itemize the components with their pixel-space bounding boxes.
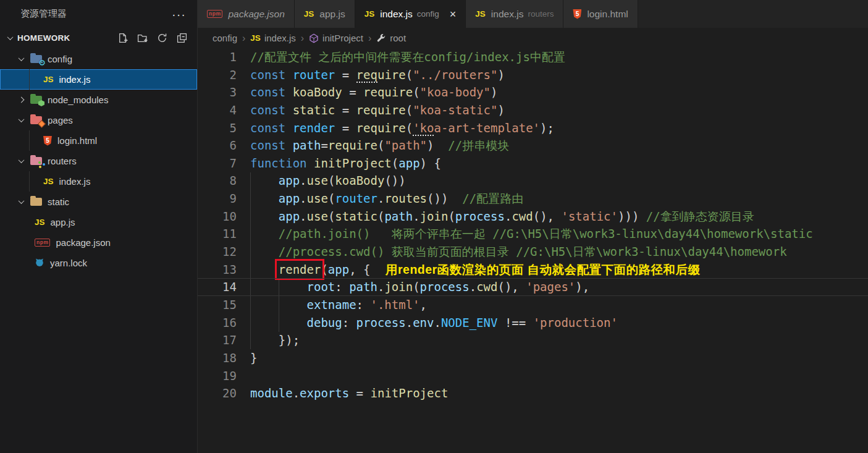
code-line-20[interactable]: 20module.exports = initProject <box>198 384 868 402</box>
tab-bar: npmpackage.jsonJSapp.jsJSindex.jsconfig×… <box>198 0 868 28</box>
annotation-note: 用render函数渲染的页面 自动就会配置下面的路径和后缀 <box>386 263 701 276</box>
code-line-2[interactable]: 2const router = require("../routers") <box>198 66 868 84</box>
line-number: 8 <box>198 172 237 190</box>
tree-file-yarn.lock[interactable]: yarn.lock <box>0 253 197 273</box>
refresh-icon[interactable] <box>157 33 167 43</box>
code-text: }); <box>250 333 300 347</box>
code-line-13[interactable]: 13 render(app, { 用render函数渲染的页面 自动就会配置下面… <box>198 261 868 279</box>
code-line-12[interactable]: 12 //process.cwd() 获取当前页面的根目录 //G:\H5\日常… <box>198 243 868 261</box>
code-text: const render = require('koa-art-template… <box>250 121 554 135</box>
code-line-17[interactable]: 17 }); <box>198 331 868 349</box>
breadcrumb-item-index.js[interactable]: JSindex.js <box>250 33 295 43</box>
code-text: app.use(static(path.join(process.cwd(), … <box>250 210 754 223</box>
code-line-8[interactable]: 8 app.use(koaBody()) <box>198 172 868 190</box>
tree-folder-static[interactable]: static <box>0 192 197 212</box>
js-file-icon: JS <box>43 177 54 186</box>
tree-item-label: node_modules <box>48 95 108 105</box>
breadcrumb-label: root <box>390 33 406 43</box>
tree-folder-node_modules[interactable]: node_modules <box>0 90 197 110</box>
breadcrumb-item-root[interactable]: root <box>376 33 406 43</box>
routes-badge-icon <box>38 161 46 169</box>
line-number: 6 <box>198 137 237 155</box>
js-file-icon: JS <box>250 33 261 43</box>
collapse-folders-icon[interactable] <box>177 33 187 43</box>
tree-folder-pages[interactable]: pages <box>0 110 197 130</box>
chevron-down-icon <box>19 55 25 61</box>
code-text: debug: process.env.NODE_ENV !== 'product… <box>250 316 618 329</box>
code-line-11[interactable]: 11 //path.join() 将两个评串在一起 //G:\H5\日常\wor… <box>198 225 868 243</box>
code-badge-icon <box>38 120 46 128</box>
chevron-down-icon <box>19 157 25 163</box>
wrench-icon <box>376 33 386 43</box>
line-number: 4 <box>198 101 237 119</box>
line-number: 12 <box>198 243 237 261</box>
breadcrumb-separator: › <box>368 33 371 44</box>
tab-login.html[interactable]: 5login.html <box>563 0 638 28</box>
code-line-15[interactable]: 15 extname: '.html', <box>198 296 868 314</box>
line-number: 9 <box>198 190 237 208</box>
code-line-6[interactable]: 6const path=require("path") //拼串模块 <box>198 137 868 155</box>
tree-item-label: index.js <box>59 74 91 85</box>
npm-hexagon-icon <box>38 100 44 106</box>
tree-item-label: index.js <box>59 176 91 187</box>
line-number: 15 <box>198 296 237 314</box>
js-file-icon: JS <box>475 9 486 19</box>
tree-file-app.js[interactable]: JSapp.js <box>0 212 197 232</box>
code-line-18[interactable]: 18} <box>198 349 868 367</box>
html5-icon: 5 <box>43 136 52 146</box>
chevron-down-icon <box>7 34 14 40</box>
folder-static-icon <box>30 198 42 206</box>
code-line-16[interactable]: 16 debug: process.env.NODE_ENV !== 'prod… <box>198 314 868 332</box>
npm-icon: npm <box>35 239 50 247</box>
tab-label: index.js <box>380 9 413 20</box>
tree-item-label: pages <box>48 115 73 125</box>
tree-item-label: package.json <box>56 237 110 248</box>
line-number: 3 <box>198 83 237 101</box>
tab-label: app.js <box>319 9 345 20</box>
code-line-19[interactable]: 19 <box>198 367 868 385</box>
new-folder-icon[interactable] <box>137 33 148 43</box>
code-line-10[interactable]: 10 app.use(static(path.join(process.cwd(… <box>198 208 868 226</box>
npm-icon: npm <box>207 10 222 18</box>
code-line-4[interactable]: 4const static = require("koa-static") <box>198 101 868 119</box>
tree-item-label: config <box>48 54 72 64</box>
line-number: 11 <box>198 225 237 243</box>
code-text: module.exports = initProject <box>250 386 448 400</box>
code-editor[interactable]: 1//配置文件 之后的中间件需要在config/index.js中配置2cons… <box>198 48 868 453</box>
close-icon[interactable]: × <box>450 9 457 20</box>
breadcrumb-item-config[interactable]: config <box>213 33 237 43</box>
code-line-5[interactable]: 5const render = require('koa-art-templat… <box>198 119 868 137</box>
tab-package.json[interactable]: npmpackage.json <box>198 0 295 28</box>
tab-app.js[interactable]: JSapp.js <box>295 0 355 28</box>
line-number: 18 <box>198 349 237 367</box>
code-text: //配置文件 之后的中间件需要在config/index.js中配置 <box>250 50 565 64</box>
tree-file-login.html[interactable]: 5login.html <box>0 130 197 151</box>
code-line-3[interactable]: 3const koaBody = require("koa-body") <box>198 83 868 101</box>
section-header-homework[interactable]: HOMEWORK <box>0 28 197 48</box>
code-text: function initProject(app) { <box>250 156 441 170</box>
tab-index.js-routers[interactable]: JSindex.jsrouters <box>466 0 563 28</box>
code-line-14[interactable]: 14 root: path.join(process.cwd(), 'pages… <box>198 278 868 296</box>
tree-file-package.json[interactable]: npmpackage.json <box>0 232 197 253</box>
code-line-9[interactable]: 9 app.use(router.routes()) //配置路由 <box>198 190 868 208</box>
code-text: const static = require("koa-static") <box>250 103 505 117</box>
tree-item-label: yarn.lock <box>50 258 87 268</box>
tree-folder-routers[interactable]: routers <box>0 151 197 171</box>
code-text: } <box>250 351 257 365</box>
tree-folder-config[interactable]: ⚙config <box>0 49 197 69</box>
tree-file-index.js[interactable]: JSindex.js <box>0 69 197 90</box>
breadcrumb-label: config <box>213 33 237 43</box>
code-line-7[interactable]: 7function initProject(app) { <box>198 155 868 172</box>
new-file-icon[interactable] <box>117 33 128 43</box>
tree-file-index.js[interactable]: JSindex.js <box>0 171 197 192</box>
more-actions-icon[interactable]: ··· <box>172 11 186 17</box>
code-text: app.use(router.routes()) //配置路由 <box>250 192 523 205</box>
line-number: 10 <box>198 208 237 226</box>
breadcrumb-item-initProject[interactable]: initProject <box>309 33 363 43</box>
breadcrumb-label: index.js <box>264 33 296 43</box>
code-text: //path.join() 将两个评串在一起 //G:\H5\日常\work3-… <box>250 227 813 240</box>
tab-index.js-config[interactable]: JSindex.jsconfig× <box>355 0 466 28</box>
tab-label: index.js <box>491 9 524 20</box>
chevron-down-icon <box>19 116 25 122</box>
code-line-1[interactable]: 1//配置文件 之后的中间件需要在config/index.js中配置 <box>198 48 868 66</box>
